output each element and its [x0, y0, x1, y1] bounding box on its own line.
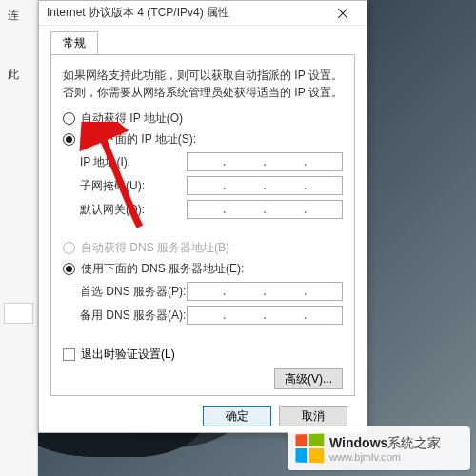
radio-label: 使用下面的 DNS 服务器地址(E):: [81, 261, 244, 277]
divider: [63, 224, 343, 235]
watermark-suffix: 系统之家: [387, 435, 441, 450]
default-gateway-input[interactable]: ...: [187, 200, 343, 219]
field-preferred-dns: 首选 DNS 服务器(P): ...: [80, 282, 343, 301]
tab-body: 如果网络支持此功能，则可以获取自动指派的 IP 设置。否则，你需要从网络系统管理…: [50, 54, 355, 396]
field-label: 备用 DNS 服务器(A):: [80, 307, 187, 324]
subnet-mask-input[interactable]: ...: [187, 176, 343, 195]
field-label: IP 地址(I):: [80, 154, 187, 170]
checkbox-icon: [63, 348, 75, 361]
field-label: 默认网关(D):: [80, 202, 187, 218]
ok-button[interactable]: 确定: [203, 406, 271, 426]
radio-ip-auto[interactable]: 自动获得 IP 地址(O): [63, 110, 343, 127]
parent-label-1: 连: [8, 8, 19, 24]
radio-icon: [63, 242, 75, 254]
checkbox-label: 退出时验证设置(L): [81, 347, 175, 363]
radio-label: 使用下面的 IP 地址(S):: [81, 131, 196, 148]
windows-logo-icon: [295, 434, 324, 464]
radio-dns-auto: 自动获得 DNS 服务器地址(B): [63, 240, 343, 256]
ipv4-properties-dialog: Internet 协议版本 4 (TCP/IPv4) 属性 常规 如果网络支持此…: [38, 0, 367, 433]
radio-ip-manual[interactable]: 使用下面的 IP 地址(S):: [63, 131, 343, 148]
radio-label: 自动获得 DNS 服务器地址(B): [81, 240, 229, 256]
watermark: Windows系统之家 www.bjmlv.com: [288, 426, 470, 470]
dialog-title: Internet 协议版本 4 (TCP/IPv4) 属性: [47, 5, 229, 21]
close-icon: [338, 9, 347, 18]
radio-icon: [63, 133, 75, 146]
parent-label-2: 此: [8, 67, 19, 83]
parent-window-fragment: [4, 303, 33, 324]
watermark-url: www.bjmlv.com: [329, 451, 441, 463]
button-label: 取消: [302, 408, 325, 425]
titlebar: Internet 协议版本 4 (TCP/IPv4) 属性: [39, 1, 367, 26]
radio-label: 自动获得 IP 地址(O): [81, 110, 183, 127]
validate-on-exit-row[interactable]: 退出时验证设置(L): [63, 347, 343, 363]
info-text: 如果网络支持此功能，则可以获取自动指派的 IP 设置。否则，你需要从网络系统管理…: [63, 67, 343, 101]
radio-icon: [63, 263, 75, 275]
radio-dns-manual[interactable]: 使用下面的 DNS 服务器地址(E):: [63, 261, 343, 277]
field-label: 首选 DNS 服务器(P):: [80, 284, 187, 300]
watermark-text: Windows系统之家 www.bjmlv.com: [329, 435, 441, 463]
tab-general[interactable]: 常规: [50, 31, 98, 54]
field-alternate-dns: 备用 DNS 服务器(A): ...: [80, 306, 343, 325]
cancel-button[interactable]: 取消: [279, 406, 347, 426]
watermark-brand: Windows: [329, 435, 387, 450]
radio-icon: [63, 112, 75, 125]
alternate-dns-input[interactable]: ...: [187, 306, 343, 325]
field-ip-address: IP 地址(I): ...: [80, 152, 343, 171]
preferred-dns-input[interactable]: ...: [187, 282, 343, 301]
close-button[interactable]: [327, 4, 359, 23]
button-label: 确定: [226, 408, 248, 425]
parent-window-strip: 连 此: [0, 0, 38, 476]
tab-strip: 常规: [39, 26, 367, 54]
field-label: 子网掩码(U):: [80, 178, 187, 194]
field-default-gateway: 默认网关(D): ...: [80, 200, 343, 219]
divider: [63, 329, 343, 341]
field-subnet-mask: 子网掩码(U): ...: [80, 176, 343, 195]
ip-address-input[interactable]: ...: [187, 152, 343, 171]
button-label: 高级(V)...: [285, 371, 332, 387]
tab-label: 常规: [63, 36, 86, 50]
advanced-button[interactable]: 高级(V)...: [274, 368, 343, 389]
